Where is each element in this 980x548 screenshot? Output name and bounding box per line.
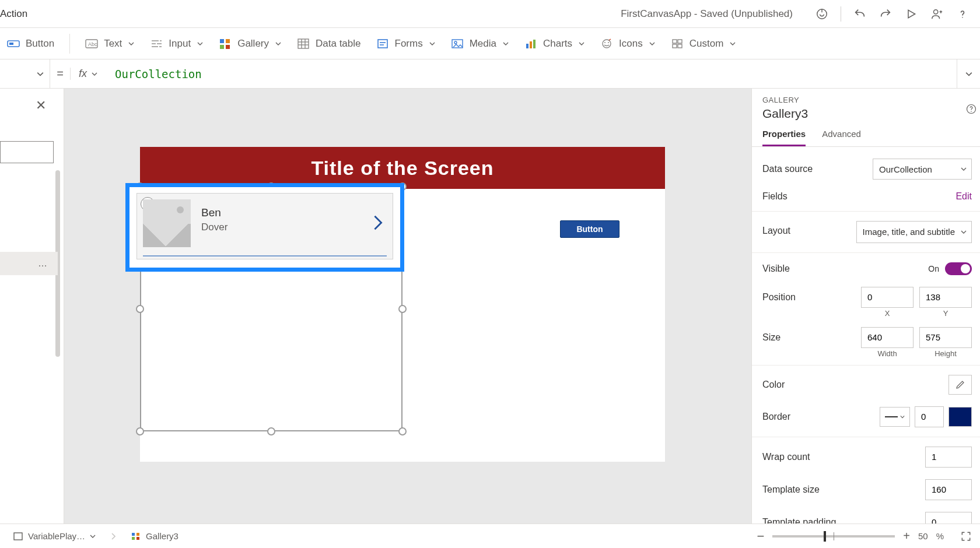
svg-rect-29 bbox=[533, 40, 536, 48]
prop-border-width[interactable] bbox=[915, 406, 944, 427]
prop-x-sublabel: X bbox=[861, 309, 914, 318]
prop-position-y[interactable] bbox=[919, 287, 972, 308]
canvas-area[interactable]: Title of the Screen Button bbox=[64, 89, 751, 524]
prop-visible-label: Visible bbox=[762, 264, 790, 274]
prop-datasource-value: OurCollection bbox=[879, 164, 932, 174]
prop-fields-label: Fields bbox=[762, 191, 788, 202]
svg-rect-16 bbox=[226, 45, 230, 49]
insert-icons-label: Icons bbox=[619, 38, 643, 50]
tab-advanced[interactable]: Advanced bbox=[822, 129, 861, 146]
prop-visible-toggle[interactable] bbox=[945, 262, 972, 275]
resize-handle[interactable] bbox=[398, 427, 407, 435]
svg-rect-14 bbox=[226, 39, 230, 43]
prop-visible-state: On bbox=[928, 264, 939, 273]
ribbon-tab-action[interactable]: Action bbox=[0, 8, 38, 20]
zoom-out-button[interactable]: − bbox=[757, 529, 764, 544]
svg-rect-44 bbox=[136, 537, 139, 540]
prop-size-label: Size bbox=[762, 332, 780, 343]
fit-to-window-icon[interactable] bbox=[960, 531, 972, 542]
prop-size-h[interactable] bbox=[919, 327, 972, 348]
resize-handle[interactable] bbox=[267, 427, 275, 435]
prop-layout-value: Image, title, and subtitle bbox=[863, 226, 955, 238]
close-icon[interactable]: ✕ bbox=[36, 98, 46, 113]
resize-handle[interactable] bbox=[136, 305, 144, 313]
formula-input[interactable]: OurCollection bbox=[106, 68, 957, 80]
formula-expand-icon[interactable] bbox=[957, 59, 980, 89]
tree-row-more[interactable]: … bbox=[0, 252, 58, 275]
insert-custom-label: Custom bbox=[690, 38, 724, 50]
formula-bar: = fx OurCollection bbox=[0, 59, 980, 89]
canvas-button[interactable]: Button bbox=[560, 220, 620, 238]
prop-color-label: Color bbox=[762, 380, 785, 390]
prop-size-w[interactable] bbox=[861, 327, 914, 348]
app-checker-icon[interactable] bbox=[815, 7, 829, 21]
fx-button[interactable]: fx bbox=[70, 68, 106, 80]
search-input[interactable] bbox=[0, 141, 54, 163]
insert-button-label: Button bbox=[26, 38, 54, 50]
redo-icon[interactable] bbox=[878, 7, 892, 21]
prop-layout-select[interactable]: Image, title, and subtitle bbox=[856, 221, 972, 243]
chevron-right-icon[interactable] bbox=[373, 215, 383, 231]
prop-border-color[interactable] bbox=[949, 407, 972, 427]
zoom-unit: % bbox=[936, 531, 944, 541]
chevron-down-icon bbox=[578, 40, 585, 47]
insert-charts[interactable]: Charts bbox=[524, 37, 585, 50]
status-bar: VariablePlay… Gallery3 − + 50 % bbox=[0, 524, 980, 548]
help-icon[interactable] bbox=[966, 104, 977, 114]
svg-point-26 bbox=[454, 41, 457, 44]
insert-gallery[interactable]: Gallery bbox=[219, 37, 282, 50]
more-icon: … bbox=[38, 258, 48, 269]
breadcrumb-control-label: Gallery3 bbox=[146, 531, 178, 541]
resize-handle[interactable] bbox=[398, 305, 407, 313]
svg-point-2 bbox=[962, 17, 963, 18]
insert-datatable[interactable]: Data table bbox=[297, 37, 361, 50]
chevron-down-icon bbox=[128, 40, 135, 47]
breadcrumb-screen[interactable]: VariablePlay… bbox=[8, 529, 100, 544]
prop-templatesize-input[interactable] bbox=[925, 479, 972, 500]
zoom-value: 50 bbox=[918, 531, 928, 541]
properties-panel: GALLERY Gallery3 Properties Advanced Dat… bbox=[751, 89, 980, 524]
insert-forms[interactable]: Forms bbox=[376, 37, 436, 50]
tab-properties[interactable]: Properties bbox=[762, 129, 806, 146]
image-placeholder-icon bbox=[143, 199, 191, 247]
prop-y-sublabel: Y bbox=[919, 309, 972, 318]
insert-button[interactable]: Button bbox=[7, 37, 54, 50]
screen-icon bbox=[13, 531, 23, 542]
insert-custom[interactable]: Custom bbox=[671, 37, 737, 50]
insert-forms-label: Forms bbox=[395, 38, 423, 50]
prop-datasource-label: Data source bbox=[762, 164, 813, 174]
prop-templatepadding-input[interactable] bbox=[925, 512, 972, 524]
svg-text:Abc: Abc bbox=[88, 41, 97, 47]
breadcrumb-separator-icon bbox=[111, 533, 116, 540]
svg-point-1 bbox=[934, 9, 938, 13]
insert-input[interactable]: Input bbox=[150, 37, 204, 50]
prop-color-button[interactable] bbox=[949, 375, 972, 395]
prop-position-x[interactable] bbox=[861, 287, 914, 308]
insert-icons[interactable]: Icons bbox=[600, 37, 656, 50]
prop-w-sublabel: Width bbox=[861, 349, 914, 358]
control-name[interactable]: Gallery3 bbox=[762, 107, 970, 121]
svg-rect-42 bbox=[136, 533, 139, 536]
property-selector[interactable] bbox=[0, 59, 50, 89]
undo-icon[interactable] bbox=[853, 7, 867, 21]
share-icon[interactable] bbox=[930, 7, 944, 21]
insert-charts-label: Charts bbox=[543, 38, 572, 50]
zoom-in-button[interactable]: + bbox=[903, 529, 910, 543]
insert-media[interactable]: Media bbox=[451, 37, 509, 50]
resize-handle[interactable] bbox=[136, 427, 144, 435]
prop-fields-edit[interactable]: Edit bbox=[956, 191, 972, 202]
fx-icon: fx bbox=[79, 68, 87, 80]
chevron-down-icon bbox=[197, 40, 204, 47]
breadcrumb-control[interactable]: Gallery3 bbox=[126, 529, 183, 544]
play-icon[interactable] bbox=[904, 7, 918, 21]
zoom-slider[interactable] bbox=[772, 535, 895, 538]
prop-border-style[interactable] bbox=[880, 407, 910, 427]
gallery-template[interactable]: Ben Dover bbox=[125, 183, 404, 272]
insert-text[interactable]: Abc Text bbox=[85, 37, 135, 50]
prop-wrapcount-label: Wrap count bbox=[762, 452, 810, 462]
custom-icon bbox=[671, 37, 684, 50]
prop-wrapcount-input[interactable] bbox=[925, 447, 972, 468]
help-icon[interactable] bbox=[956, 7, 970, 21]
gallery-selection[interactable]: Ben Dover bbox=[140, 187, 402, 431]
prop-datasource-select[interactable]: OurCollection bbox=[873, 159, 972, 180]
